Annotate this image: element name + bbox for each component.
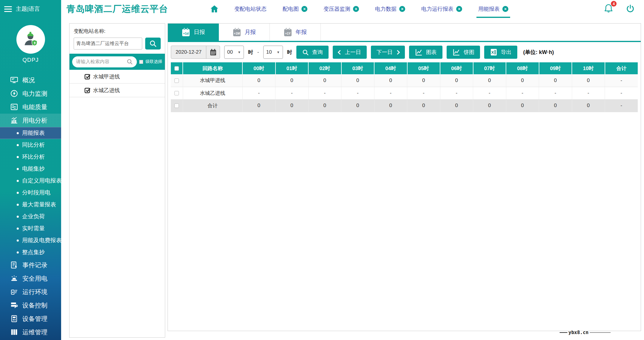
nav-tab-power-report[interactable]: 电力运行报表 × [421, 0, 462, 18]
hour-end-select[interactable]: 10 ▼ [263, 46, 283, 59]
avatar[interactable] [16, 25, 45, 54]
sidebar-item-label: 运维管理 [22, 328, 47, 336]
submenu-item-energy-fee-report[interactable]: 用能及电费报表 [0, 234, 61, 246]
value-cell: - [407, 87, 440, 99]
submenu-label: 电能集抄 [22, 165, 45, 173]
row-checkbox[interactable] [174, 91, 179, 95]
nav-tab-substation-status[interactable]: 变配电站状态 [234, 0, 267, 18]
station-search-button[interactable] [145, 38, 161, 50]
close-icon[interactable]: × [301, 6, 307, 12]
value-cell: 0 [275, 74, 309, 87]
submenu-label: 实时需量 [22, 225, 45, 232]
sidebar-item-event-log[interactable]: 事件记录 [0, 258, 61, 272]
submenu-item-realtime-demand[interactable]: 实时需量 [0, 222, 61, 234]
submenu-item-hourly-reading[interactable]: 整点集抄 [0, 246, 61, 258]
notifications-button[interactable]: 4 [603, 3, 614, 15]
select-all-checkbox[interactable] [174, 66, 179, 71]
nav-tab-power-data[interactable]: 电力数据 × [375, 0, 405, 18]
cascade-checkbox[interactable] [139, 60, 143, 64]
power-icon [626, 4, 635, 14]
sidebar-item-device-management[interactable]: 设备管理 [0, 312, 61, 325]
pie-chart-button[interactable]: 饼图 [447, 46, 480, 59]
query-button[interactable]: 查询 [296, 46, 329, 59]
close-icon[interactable]: × [399, 6, 405, 12]
report-table: 回路名称 00时 01时 02时 03时 04时 05时 06时 07时 08时 [171, 62, 638, 112]
watermark-line [590, 332, 611, 333]
home-button[interactable] [210, 4, 219, 13]
column-header: 05时 [407, 62, 440, 74]
close-icon[interactable]: × [456, 6, 462, 12]
column-header: 07时 [473, 62, 506, 74]
sidebar-item-overview[interactable]: 概况 [0, 73, 61, 87]
tree-item-line-a[interactable]: 水城甲进线 [69, 70, 165, 84]
report-tabs: +1d 日报 +1M 月报 +1Y 年报 [168, 24, 641, 42]
submenu-item-custom-report[interactable]: 自定义用电报表 [0, 175, 61, 187]
sidebar-item-power-monitor[interactable]: 电力监测 [0, 87, 61, 100]
sidebar-item-usage-analysis[interactable]: 用电分析 [0, 114, 61, 127]
close-icon[interactable]: × [502, 6, 508, 12]
chevron-left-icon [338, 50, 342, 55]
nav-tab-distribution-diagram[interactable]: 配电图 × [283, 0, 307, 18]
hour-start-select[interactable]: 00 ▼ [224, 46, 244, 59]
prev-day-button[interactable]: 上一日 [333, 46, 367, 59]
document-icon [10, 261, 18, 269]
calendar-badge-text: +1M [234, 32, 240, 35]
checked-checkbox-icon[interactable] [84, 73, 91, 80]
theme-language-link[interactable]: 主题|语言 [16, 5, 40, 13]
tab-monthly-report[interactable]: +1M 月报 [219, 24, 270, 41]
sidebar-item-label: 电力监测 [22, 89, 47, 98]
row-checkbox[interactable] [174, 78, 179, 83]
export-button[interactable]: X 导出 [484, 46, 517, 59]
date-value[interactable]: 2020-12-27 [171, 46, 206, 58]
tab-yearly-report[interactable]: +1Y 年报 [270, 24, 321, 41]
submenu-label: 用能及电费报表 [22, 237, 62, 244]
sidebar-item-environment[interactable]: 运行环境 [0, 285, 61, 299]
user-name: QDPJ [0, 57, 61, 63]
submenu-item-yoy-analysis[interactable]: 同比分析 [0, 139, 61, 151]
value-cell: 0 [308, 74, 341, 87]
station-search-block: 变配电站名称: [69, 24, 165, 50]
calendar-day-icon: +1d [182, 28, 190, 37]
submenu-label: 整点集抄 [22, 248, 45, 256]
checked-checkbox-icon[interactable] [84, 87, 91, 93]
value-cell: 0 [572, 99, 605, 112]
submenu-item-meter-reading[interactable]: 电能集抄 [0, 163, 61, 175]
line-chart-icon [415, 48, 423, 56]
logout-button[interactable] [626, 4, 635, 14]
hamburger-menu-icon[interactable] [4, 6, 12, 12]
sidebar-item-safety[interactable]: 安全用电 [0, 272, 61, 285]
submenu-item-energy-report[interactable]: 用能报表 [0, 127, 61, 139]
calendar-button[interactable] [206, 46, 220, 58]
submenu-item-enterprise-load[interactable]: 企业负荷 [0, 211, 61, 222]
tree-item-line-b[interactable]: 水城乙进线 [69, 84, 165, 97]
value-cell: 0 [308, 99, 341, 112]
value-cell: 0 [242, 74, 275, 87]
sidebar-item-device-control[interactable]: 设备控制 [0, 299, 61, 312]
report-tab-label: 日报 [194, 28, 205, 36]
nav-tab-energy-report[interactable]: 用能报表 × [478, 0, 508, 18]
close-icon[interactable]: × [353, 6, 359, 12]
value-cell: - [605, 99, 638, 112]
station-name-input[interactable] [74, 38, 142, 50]
row-checkbox[interactable] [174, 103, 179, 108]
next-day-button[interactable]: 下一日 [371, 46, 405, 59]
value-cell: - [374, 87, 407, 99]
tab-daily-report[interactable]: +1d 日报 [168, 24, 219, 41]
sidebar-item-power-quality[interactable]: 电能质量 [0, 100, 61, 114]
value-cell: 0 [275, 99, 309, 112]
sidebar-item-ops-management[interactable]: 运维管理 [0, 325, 61, 339]
submenu-item-mom-analysis[interactable]: 环比分析 [0, 151, 61, 163]
value-cell: 0 [341, 74, 374, 87]
bullet-icon [17, 144, 19, 146]
nav-tab-transformer-monitor[interactable]: 变压器监测 × [323, 0, 359, 18]
submenu-item-max-demand[interactable]: 最大需量报表 [0, 199, 61, 211]
watermark-text: ybx8.cn [569, 330, 589, 335]
submenu-item-time-period[interactable]: 分时段用电 [0, 187, 61, 199]
column-header: 02时 [308, 62, 341, 74]
top-nav-tabs: 变配电站状态 配电图 × 变压器监测 × 电力数据 × 电力运行报表 × [234, 0, 508, 18]
column-header: 06时 [440, 62, 473, 74]
value-cell: - [275, 87, 309, 99]
chart-button[interactable]: 图表 [409, 46, 442, 59]
search-icon [149, 40, 157, 47]
tree-search-input[interactable]: 请输入检索内容 [72, 56, 137, 67]
